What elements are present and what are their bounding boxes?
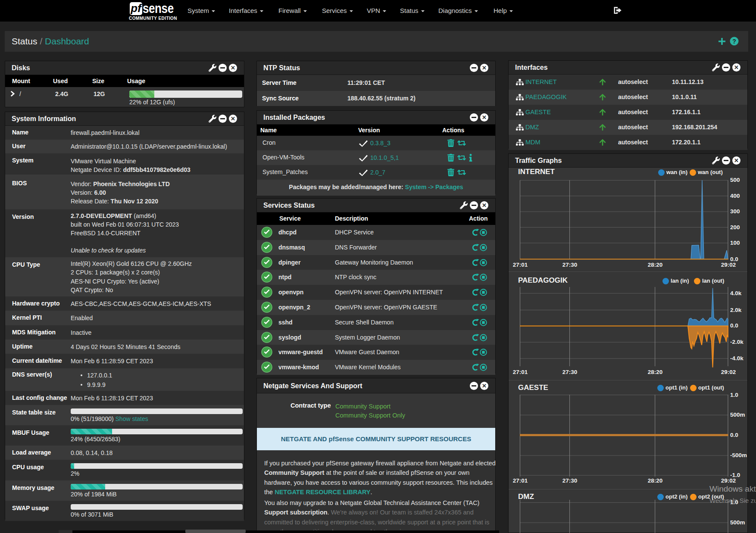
svg-text:?: ? <box>732 38 736 45</box>
